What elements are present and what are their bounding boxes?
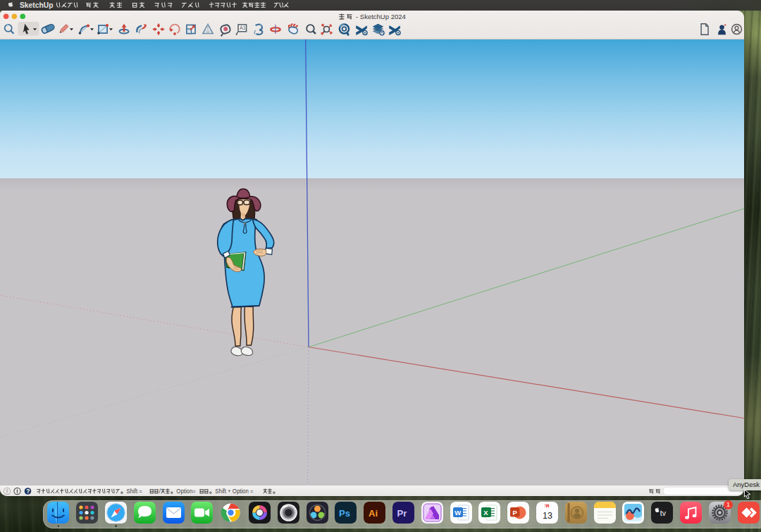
svg-text:Shift + Option =: Shift + Option =: [214, 487, 254, 495]
svg-text:Shift =: Shift =: [125, 487, 144, 495]
svg-text:W: W: [454, 509, 461, 516]
svg-text:Option=: Option=: [175, 487, 197, 495]
svg-text:Ps: Ps: [339, 508, 350, 519]
svg-text:7: 7: [544, 504, 546, 508]
svg-text:/: /: [159, 487, 161, 495]
svg-text:- SketchUp 2024: - SketchUp 2024: [356, 13, 406, 20]
svg-text:tv: tv: [660, 509, 667, 517]
svg-text:P: P: [513, 509, 518, 516]
svg-text:SketchUp: SketchUp: [20, 1, 54, 9]
svg-text:Ai: Ai: [369, 508, 378, 519]
svg-text:13: 13: [543, 511, 552, 521]
svg-text:?: ?: [26, 488, 30, 495]
svg-text:X: X: [483, 509, 488, 516]
svg-text:Pr: Pr: [397, 508, 407, 519]
svg-text:A1: A1: [240, 25, 246, 31]
